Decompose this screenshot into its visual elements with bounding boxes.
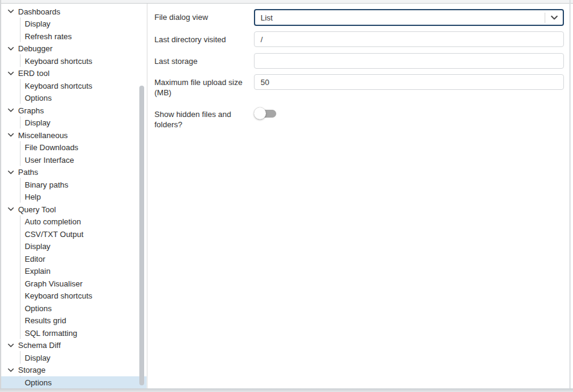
tree-group-label: Miscellaneous bbox=[18, 131, 68, 140]
tree-item-display[interactable]: Display bbox=[0, 18, 147, 31]
tree-item-label: Display bbox=[25, 242, 51, 251]
chevron-down-icon[interactable] bbox=[8, 169, 14, 175]
tree-item-results-grid[interactable]: Results grid bbox=[0, 315, 147, 327]
tree-item-label: Refresh rates bbox=[25, 32, 72, 41]
tree-item-sql-formatting[interactable]: SQL formatting bbox=[0, 327, 147, 340]
tree-item-label: Binary paths bbox=[25, 180, 68, 189]
chevron-down-icon[interactable] bbox=[8, 206, 14, 212]
tree-item-label: Help bbox=[25, 192, 41, 201]
tree-item-options[interactable]: Options bbox=[0, 92, 147, 105]
tree-item-label: SQL formatting bbox=[25, 329, 77, 338]
tree-item-label: Keyboard shortcuts bbox=[25, 81, 92, 90]
tree-group-label: Schema Diff bbox=[18, 341, 61, 350]
tree-item-file-downloads[interactable]: File Downloads bbox=[0, 142, 147, 154]
form-row-show-hidden: Show hidden files and folders? bbox=[154, 106, 564, 130]
dialog-bottom-shadow bbox=[0, 388, 573, 392]
tree-group-label: Graphs bbox=[18, 106, 44, 115]
tree-item-label: Options bbox=[25, 304, 52, 313]
tree-group-label: Debugger bbox=[18, 44, 52, 53]
tree-item-refresh-rates[interactable]: Refresh rates bbox=[0, 30, 147, 43]
tree-group-storage[interactable]: Storage bbox=[0, 364, 147, 377]
field-label: Maximum file upload size (MB) bbox=[154, 74, 254, 98]
tree-group-erd-tool[interactable]: ERD tool bbox=[0, 68, 147, 80]
tree-item-auto-completion[interactable]: Auto completion bbox=[0, 216, 147, 229]
tree-item-binary-paths[interactable]: Binary paths bbox=[0, 179, 147, 191]
tree-item-options[interactable]: Options bbox=[0, 302, 147, 315]
tree-children: Keyboard shortcutsOptions bbox=[0, 80, 147, 104]
chevron-down-icon[interactable] bbox=[8, 343, 14, 349]
storage-options-panel: File dialog view List Last directory vis… bbox=[148, 4, 573, 388]
tree-item-label: Display bbox=[25, 118, 51, 127]
tree-group-graphs[interactable]: Graphs bbox=[0, 104, 147, 117]
chevron-down-icon[interactable] bbox=[8, 107, 14, 113]
tree-item-label: Results grid bbox=[25, 316, 66, 325]
tree-item-label: Explain bbox=[25, 267, 51, 276]
file-dialog-view-select[interactable]: List bbox=[254, 9, 564, 26]
tree-item-keyboard-shortcuts[interactable]: Keyboard shortcuts bbox=[0, 80, 147, 92]
tree-group-query-tool[interactable]: Query Tool bbox=[0, 203, 147, 216]
tree-item-display[interactable]: Display bbox=[0, 117, 147, 130]
form-row-max-upload-size: Maximum file upload size (MB) bbox=[154, 74, 564, 98]
tree-item-editor[interactable]: Editor bbox=[0, 253, 147, 265]
field-label: Last directory visited bbox=[154, 31, 254, 45]
tree-item-help[interactable]: Help bbox=[0, 191, 147, 204]
tree-children: DisplayRefresh rates bbox=[0, 18, 147, 43]
field-label: Show hidden files and folders? bbox=[154, 106, 254, 130]
last-directory-input[interactable] bbox=[254, 31, 564, 47]
tree-item-explain[interactable]: Explain bbox=[0, 265, 147, 278]
tree-item-label: Graph Visualiser bbox=[25, 279, 83, 288]
tree-children: Auto completionCSV/TXT OutputDisplayEdit… bbox=[0, 216, 147, 340]
tree-children: Display bbox=[0, 117, 147, 130]
dialog-right-edge bbox=[569, 0, 571, 388]
chevron-down-icon[interactable] bbox=[8, 132, 14, 138]
tree-item-label: Display bbox=[25, 353, 51, 362]
tree-item-display[interactable]: Display bbox=[0, 241, 147, 253]
tree-item-keyboard-shortcuts[interactable]: Keyboard shortcuts bbox=[0, 55, 147, 68]
tree-children: File DownloadsUser Interface bbox=[0, 142, 147, 166]
tree-item-label: CSV/TXT Output bbox=[25, 230, 83, 239]
chevron-down-icon[interactable] bbox=[8, 71, 14, 77]
dialog-left-edge bbox=[0, 0, 1, 388]
chevron-down-icon[interactable] bbox=[8, 367, 14, 373]
tree-item-label: User Interface bbox=[25, 156, 74, 165]
show-hidden-files-toggle[interactable] bbox=[254, 107, 277, 119]
tree-item-label: Options bbox=[25, 378, 52, 387]
field-label: Last storage bbox=[154, 53, 254, 66]
tree-item-display[interactable]: Display bbox=[0, 352, 147, 364]
tree-group-schema-diff[interactable]: Schema Diff bbox=[0, 340, 147, 352]
form-row-last-directory: Last directory visited bbox=[154, 31, 564, 47]
tree-item-label: Keyboard shortcuts bbox=[25, 57, 92, 66]
tree-group-label: Query Tool bbox=[18, 205, 56, 214]
tree-group-dashboards[interactable]: Dashboards bbox=[0, 5, 147, 18]
chevron-down-icon[interactable] bbox=[8, 8, 14, 14]
preferences-dialog: DashboardsDisplayRefresh ratesDebuggerKe… bbox=[0, 0, 573, 392]
field-label: File dialog view bbox=[154, 9, 254, 22]
tree-group-miscellaneous[interactable]: Miscellaneous bbox=[0, 129, 147, 142]
tree-children: Binary pathsHelp bbox=[0, 179, 147, 203]
tree-item-label: Auto completion bbox=[25, 217, 81, 226]
dialog-body: DashboardsDisplayRefresh ratesDebuggerKe… bbox=[0, 4, 573, 388]
chevron-down-icon[interactable] bbox=[8, 46, 14, 52]
tree-item-csv-txt-output[interactable]: CSV/TXT Output bbox=[0, 228, 147, 241]
tree-item-label: Keyboard shortcuts bbox=[25, 291, 92, 300]
preferences-sidebar: DashboardsDisplayRefresh ratesDebuggerKe… bbox=[0, 4, 147, 388]
tree-item-keyboard-shortcuts[interactable]: Keyboard shortcuts bbox=[0, 290, 147, 303]
tree-item-graph-visualiser[interactable]: Graph Visualiser bbox=[0, 277, 147, 290]
chevron-down-icon bbox=[551, 16, 558, 20]
max-upload-size-input[interactable] bbox=[254, 74, 564, 90]
preferences-tree: DashboardsDisplayRefresh ratesDebuggerKe… bbox=[0, 4, 147, 388]
tree-children: Display bbox=[0, 352, 147, 364]
tree-item-label: Display bbox=[25, 19, 51, 28]
sidebar-scrollbar-thumb[interactable] bbox=[139, 86, 144, 385]
tree-group-debugger[interactable]: Debugger bbox=[0, 43, 147, 55]
tree-group-label: Storage bbox=[18, 365, 46, 375]
select-value: List bbox=[261, 13, 545, 22]
tree-item-label: File Downloads bbox=[25, 143, 78, 152]
tree-item-options[interactable]: Options bbox=[0, 376, 147, 388]
tree-group-paths[interactable]: Paths bbox=[0, 166, 147, 179]
tree-item-user-interface[interactable]: User Interface bbox=[0, 154, 147, 166]
tree-children: Keyboard shortcuts bbox=[0, 55, 147, 68]
select-separator bbox=[545, 13, 545, 23]
last-storage-input[interactable] bbox=[254, 53, 564, 69]
tree-group-label: ERD tool bbox=[18, 69, 49, 78]
